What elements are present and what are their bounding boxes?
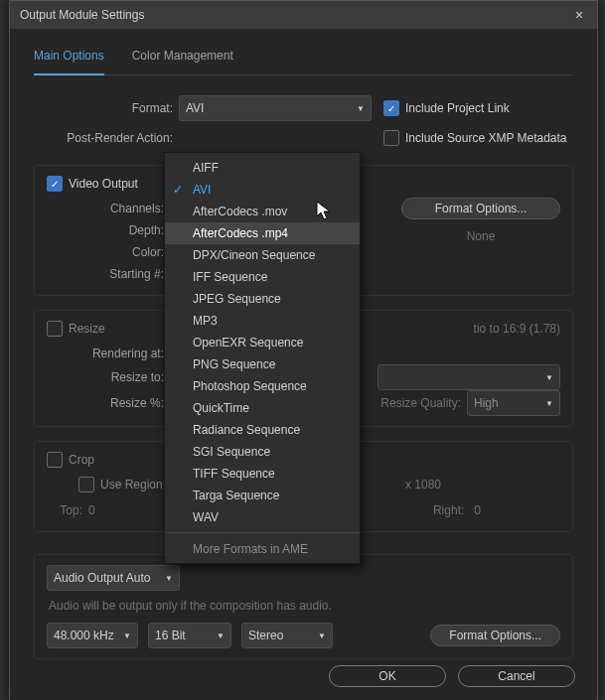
audio-output-mode-select[interactable]: Audio Output Auto ▼ — [47, 565, 180, 591]
format-dropdown[interactable]: AIFF AVI AfterCodecs .mov AfterCodecs .m… — [164, 152, 361, 564]
depth-label: Depth: — [47, 223, 170, 237]
audio-channels-value: Stereo — [248, 629, 283, 642]
chevron-down-icon: ▼ — [157, 574, 173, 583]
format-option-targa[interactable]: Targa Sequence — [165, 485, 360, 506]
resize-pct-label: Resize %: — [47, 396, 170, 410]
crop-top-label: Top: — [47, 503, 82, 517]
include-project-link-checkbox[interactable]: ✓ Include Project Link — [383, 100, 510, 116]
chevron-down-icon: ▼ — [349, 104, 365, 113]
check-icon: ✓ — [383, 100, 399, 116]
separator — [165, 532, 360, 533]
chevron-down-icon: ▼ — [209, 631, 225, 640]
audio-note: Audio will be output only if the composi… — [47, 591, 560, 623]
color-label: Color: — [47, 245, 170, 259]
audio-depth-select[interactable]: 16 Bit ▼ — [148, 623, 231, 648]
include-project-link-label: Include Project Link — [405, 101, 510, 115]
checkbox-icon — [383, 130, 399, 146]
format-option-tiff[interactable]: TIFF Sequence — [165, 463, 360, 485]
format-value: AVI — [186, 101, 204, 115]
use-region-label: Use Region — [100, 478, 163, 491]
chevron-down-icon: ▼ — [537, 373, 553, 382]
format-row: Format: AVI ▼ ✓ Include Project Link — [34, 95, 573, 121]
crop-top-value: 0 — [88, 503, 95, 517]
check-icon: ✓ — [47, 176, 63, 192]
include-xmp-label: Include Source XMP Metadata — [405, 131, 567, 145]
format-option-aftercodecs-mov[interactable]: AfterCodecs .mov — [165, 201, 360, 222]
use-region-checkbox[interactable]: Use Region — [78, 477, 163, 492]
format-option-sgi[interactable]: SGI Sequence — [165, 441, 360, 463]
include-xmp-checkbox[interactable]: Include Source XMP Metadata — [383, 130, 567, 146]
audio-section: Audio Output Auto ▼ Audio will be output… — [34, 554, 573, 659]
format-label: Format: — [34, 101, 179, 115]
format-more-in-ame[interactable]: More Formats in AME — [165, 537, 360, 559]
resize-checkbox[interactable]: Resize — [47, 321, 105, 337]
crop-title: Crop — [69, 453, 94, 467]
ok-button[interactable]: OK — [329, 665, 446, 687]
resize-to-select[interactable]: ▼ — [378, 364, 560, 390]
checkbox-icon — [47, 321, 63, 337]
video-none-text: None — [401, 229, 560, 243]
close-icon[interactable]: × — [571, 7, 587, 23]
chevron-down-icon: ▼ — [115, 631, 131, 640]
format-options-audio-button[interactable]: Format Options... — [430, 625, 560, 646]
resize-quality-select[interactable]: High ▼ — [467, 390, 560, 416]
crop-checkbox[interactable]: Crop — [47, 452, 94, 468]
post-render-row: Post-Render Action: ▼ Include Source XMP… — [34, 125, 573, 151]
titlebar[interactable]: Output Module Settings × — [10, 1, 597, 29]
crop-dims: x 1080 — [405, 478, 560, 491]
resize-quality-label: Resize Quality: — [380, 396, 467, 410]
audio-rate-select[interactable]: 48.000 kHz ▼ — [47, 623, 138, 648]
resize-to-label: Resize to: — [47, 370, 170, 384]
crop-right-label: Right: — [433, 503, 468, 517]
format-option-avi[interactable]: AVI — [165, 179, 360, 201]
crop-right-value: 0 — [474, 503, 560, 517]
audio-depth-value: 16 Bit — [155, 629, 186, 642]
output-module-settings-dialog: Output Module Settings × Main Options Co… — [9, 0, 598, 700]
video-output-checkbox[interactable]: ✓ Video Output — [47, 176, 138, 192]
chevron-down-icon: ▼ — [310, 631, 326, 640]
format-option-jpeg[interactable]: JPEG Sequence — [165, 288, 360, 310]
cancel-button[interactable]: Cancel — [458, 665, 575, 687]
rendering-at-label: Rendering at: — [47, 347, 170, 360]
format-option-openexr[interactable]: OpenEXR Sequence — [165, 332, 360, 353]
checkbox-icon — [78, 477, 94, 492]
format-option-quicktime[interactable]: QuickTime — [165, 397, 360, 419]
video-output-title: Video Output — [69, 177, 138, 191]
resize-title: Resize — [69, 322, 105, 336]
resize-quality-value: High — [474, 396, 499, 410]
post-render-label: Post-Render Action: — [34, 131, 179, 145]
channels-label: Channels: — [47, 202, 170, 215]
format-option-wav[interactable]: WAV — [165, 506, 360, 528]
chevron-down-icon: ▼ — [537, 399, 553, 408]
format-option-dpx-cineon[interactable]: DPX/Cineon Sequence — [165, 244, 360, 266]
starting-label: Starting #: — [47, 267, 170, 281]
dialog-title: Output Module Settings — [20, 8, 571, 22]
dialog-body: Main Options Color Management Format: AV… — [10, 29, 597, 679]
format-select[interactable]: AVI ▼ — [179, 95, 372, 121]
tab-color-management[interactable]: Color Management — [132, 49, 233, 69]
audio-channels-select[interactable]: Stereo ▼ — [241, 623, 333, 648]
format-options-video-button[interactable]: Format Options... — [401, 198, 560, 219]
format-option-mp3[interactable]: MP3 — [165, 310, 360, 332]
dialog-button-bar: OK Cancel — [329, 665, 575, 687]
format-option-radiance[interactable]: Radiance Sequence — [165, 419, 360, 441]
format-option-aiff[interactable]: AIFF — [165, 157, 360, 179]
lock-aspect-text: tio to 16:9 (1.78) — [474, 322, 560, 336]
audio-rate-value: 48.000 kHz — [54, 629, 114, 642]
audio-output-mode-value: Audio Output Auto — [54, 571, 150, 585]
format-option-iff[interactable]: IFF Sequence — [165, 266, 360, 288]
tabs: Main Options Color Management — [34, 49, 573, 75]
format-option-aftercodecs-mp4[interactable]: AfterCodecs .mp4 — [165, 222, 360, 244]
tab-main-options[interactable]: Main Options — [34, 49, 104, 75]
format-option-png[interactable]: PNG Sequence — [165, 353, 360, 375]
format-option-photoshop[interactable]: Photoshop Sequence — [165, 375, 360, 397]
checkbox-icon — [47, 452, 63, 468]
